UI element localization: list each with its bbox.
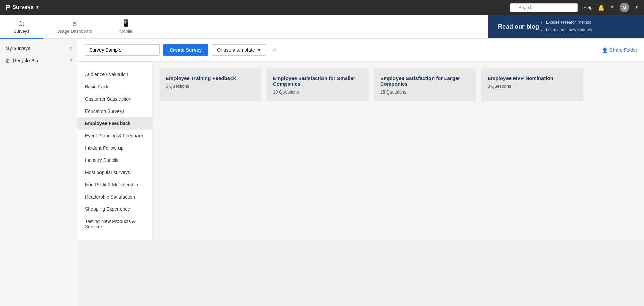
- survey-card-4[interactable]: Employee MVP Nomination 3 Questions: [481, 68, 583, 101]
- recycle-bin-label-group: 🗑 Recycle Bin: [5, 58, 38, 63]
- create-survey-button[interactable]: Create Survey: [163, 44, 208, 56]
- use-template-button[interactable]: Or use a template ▼: [212, 44, 266, 56]
- card-1-questions: 5 Questions: [166, 84, 255, 89]
- blog-banner[interactable]: Read our blog Explore research method Le…: [488, 15, 644, 38]
- user-dropdown-icon[interactable]: ▼: [634, 5, 639, 10]
- sidebar: My Surveys 0 🗑 Recycle Bin 2: [0, 39, 78, 306]
- card-4-title: Employee MVP Nomination: [487, 75, 577, 81]
- card-1-title: Employee Training Feedback: [166, 75, 255, 81]
- app-title: Surveys: [12, 4, 33, 11]
- main-content: My Surveys 0 🗑 Recycle Bin 2 Create Surv…: [0, 39, 644, 306]
- right-panel: Create Survey Or use a template ▼ × 👤 Sh…: [78, 39, 644, 306]
- bell-dropdown-icon[interactable]: ▼: [610, 5, 614, 10]
- category-audience-evaluation[interactable]: Audience Evaluation: [78, 68, 152, 81]
- category-customer-satisfaction[interactable]: Customer Satisfaction: [78, 93, 152, 105]
- app-logo: P: [5, 4, 10, 12]
- title-dropdown-icon[interactable]: ▼: [36, 5, 40, 10]
- card-2-title: Employee Satisfaction for Smaller Compan…: [273, 75, 363, 87]
- blog-banner-bullets: Explore research method Learn about new …: [546, 19, 592, 34]
- tab-surveys[interactable]: 🗂 Surveys: [0, 15, 43, 39]
- category-basic-pack[interactable]: Basic Pack: [78, 81, 152, 93]
- tab-usage-dashboard[interactable]: 🖥 Usage Dashboard: [43, 15, 106, 39]
- survey-card-1[interactable]: Employee Training Feedback 5 Questions: [160, 68, 261, 101]
- blog-bullet-1: Explore research method: [546, 19, 592, 27]
- nav-right: 🔍 Help 🔔 ▼ M ▼: [510, 3, 639, 12]
- recycle-bin-label: Recycle Bin: [13, 58, 38, 63]
- tab-usage-label: Usage Dashboard: [57, 29, 92, 34]
- my-surveys-label: My Surveys: [5, 46, 30, 51]
- share-folder-label: Share Folder: [610, 47, 637, 53]
- blog-bullet-2: Learn about new features: [546, 27, 592, 34]
- sidebar-item-my-surveys[interactable]: My Surveys 0: [0, 42, 78, 54]
- my-surveys-label-group: My Surveys: [5, 46, 30, 51]
- help-label: Help: [583, 5, 592, 10]
- card-3-title: Employee Satisfaction for Larger Compani…: [380, 75, 470, 87]
- category-education-surveys[interactable]: Education Surveys: [78, 105, 152, 117]
- search-wrapper: 🔍: [510, 3, 578, 12]
- blog-banner-title: Read our blog: [498, 23, 539, 30]
- share-folder-icon: 👤: [602, 47, 608, 53]
- header-row-left: Create Survey Or use a template ▼ ×: [85, 44, 279, 56]
- recycle-bin-icon: 🗑: [5, 58, 10, 63]
- surveys-tab-icon: 🗂: [18, 19, 25, 27]
- category-most-popular[interactable]: Most popular surveys: [78, 166, 152, 178]
- survey-name-input[interactable]: [85, 44, 160, 56]
- tab-mobile[interactable]: 📱 Mobile: [106, 15, 146, 39]
- close-button[interactable]: ×: [270, 45, 279, 55]
- notification-bell-icon[interactable]: 🔔: [598, 4, 605, 11]
- sidebar-item-recycle-bin[interactable]: 🗑 Recycle Bin 2: [0, 54, 78, 67]
- survey-card-2[interactable]: Employee Satisfaction for Smaller Compan…: [267, 68, 369, 101]
- mobile-tab-icon: 📱: [122, 19, 130, 27]
- category-testing[interactable]: Testing New Products & Services: [78, 215, 152, 233]
- my-surveys-count: 0: [70, 46, 72, 51]
- tab-surveys-label: Surveys: [14, 29, 30, 34]
- share-folder-button[interactable]: 👤 Share Folder: [602, 47, 637, 53]
- tabs-bar: 🗂 Surveys 🖥 Usage Dashboard 📱 Mobile Rea…: [0, 15, 644, 39]
- header-row: Create Survey Or use a template ▼ × 👤 Sh…: [78, 39, 644, 62]
- template-dropdown-icon: ▼: [257, 47, 261, 53]
- card-2-questions: 10 Questions: [273, 89, 363, 95]
- card-4-questions: 3 Questions: [487, 84, 577, 89]
- category-shopping[interactable]: Shopping Experience: [78, 203, 152, 215]
- template-area: Audience Evaluation Basic Pack Customer …: [78, 62, 644, 240]
- category-event-planning[interactable]: Event Planning & Feedback: [78, 130, 152, 142]
- tab-mobile-label: Mobile: [119, 29, 132, 34]
- search-input[interactable]: [510, 3, 578, 12]
- category-employee-feedback[interactable]: Employee Feedback: [78, 117, 152, 130]
- usage-tab-icon: 🖥: [71, 19, 78, 27]
- category-industry-specific[interactable]: Industry Specific: [78, 154, 152, 166]
- recycle-bin-count: 2: [70, 58, 72, 63]
- category-readership[interactable]: Readership Satisfaction: [78, 191, 152, 203]
- category-nonprofit[interactable]: Non-Profit & Membership: [78, 178, 152, 191]
- survey-card-3[interactable]: Employee Satisfaction for Larger Compani…: [374, 68, 476, 101]
- category-list: Audience Evaluation Basic Pack Customer …: [78, 62, 153, 240]
- top-navigation: P Surveys ▼ 🔍 Help 🔔 ▼ M ▼: [0, 0, 644, 15]
- survey-cards-area: Employee Training Feedback 5 Questions E…: [153, 62, 644, 240]
- card-3-questions: 25 Questions: [380, 89, 470, 95]
- category-incident-followup[interactable]: Incident Follow-up: [78, 142, 152, 154]
- nav-left: P Surveys ▼: [5, 4, 40, 12]
- user-avatar[interactable]: M: [620, 3, 629, 12]
- use-template-label: Or use a template: [217, 47, 255, 53]
